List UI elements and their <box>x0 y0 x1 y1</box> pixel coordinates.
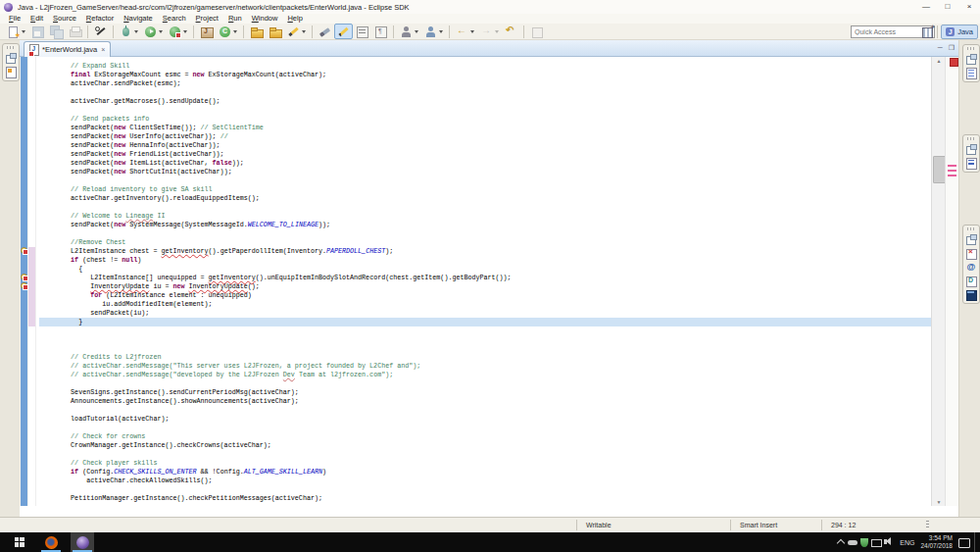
maximize-view-icon[interactable]: ❐ <box>949 43 955 53</box>
restore-icon[interactable] <box>966 54 977 65</box>
menu-help[interactable]: Help <box>282 14 307 24</box>
overview-mark[interactable] <box>948 165 956 167</box>
profile-button[interactable] <box>397 24 421 39</box>
overview-mark[interactable] <box>948 170 956 172</box>
menu-run[interactable]: Run <box>223 14 247 24</box>
closed-folder-button[interactable] <box>266 24 284 39</box>
volume-icon[interactable] <box>882 532 894 552</box>
dropdown-arrow-icon[interactable] <box>134 30 138 33</box>
annotations-toggle[interactable] <box>353 24 371 39</box>
menu-refactor[interactable]: Refactor <box>81 14 119 24</box>
last-edit-button[interactable] <box>502 24 520 39</box>
language-indicator[interactable]: ENG <box>894 539 920 546</box>
taskbar-clock[interactable]: 3:54 PM 24/07/2018 <box>920 534 958 550</box>
code-line <box>39 485 931 494</box>
maximize-button[interactable]: □ <box>937 0 958 14</box>
problems-icon[interactable] <box>966 248 977 259</box>
display-icon[interactable] <box>870 532 882 552</box>
overview-ruler[interactable] <box>945 57 958 506</box>
pin-editor-button[interactable] <box>527 24 546 39</box>
profile-icon <box>400 25 413 38</box>
save-all-button[interactable] <box>47 24 66 39</box>
dropdown-arrow-icon[interactable] <box>183 30 187 33</box>
menu-window[interactable]: Window <box>247 14 283 24</box>
scroll-up-icon[interactable]: ▲ <box>932 58 946 64</box>
print-button[interactable] <box>66 24 84 39</box>
overview-mark[interactable] <box>948 175 956 176</box>
new-class-button[interactable] <box>216 24 240 39</box>
cloud-icon[interactable] <box>847 532 858 552</box>
menu-source[interactable]: Source <box>48 14 81 24</box>
dropdown-arrow-icon[interactable] <box>439 30 443 33</box>
javadoc-icon[interactable] <box>966 262 977 273</box>
trim-handle[interactable] <box>7 46 15 49</box>
restore-icon[interactable] <box>966 144 977 155</box>
brush-button[interactable] <box>284 24 309 39</box>
open-perspective-icon[interactable] <box>921 25 934 38</box>
restore-icon[interactable] <box>6 53 17 64</box>
menu-search[interactable]: Search <box>158 14 191 24</box>
mark-occurrences-toggle[interactable] <box>334 24 353 39</box>
menu-navigate[interactable]: Navigate <box>119 14 158 24</box>
taskbar-firefox-button[interactable] <box>39 532 63 552</box>
code-text[interactable]: // Expand Skill final ExStorageMaxCount … <box>35 57 931 506</box>
code-editor[interactable]: // Expand Skill final ExStorageMaxCount … <box>20 57 958 506</box>
dropdown-arrow-icon[interactable] <box>415 30 418 33</box>
minimize-view-icon[interactable]: ─ <box>938 43 943 53</box>
menu-edit[interactable]: Edit <box>25 14 48 24</box>
trim-handle[interactable] <box>967 137 975 140</box>
show-desktop-button[interactable] <box>974 532 980 552</box>
trim-handle[interactable] <box>967 227 975 230</box>
java-perspective-button[interactable]: J Java <box>941 25 978 39</box>
firefox-icon <box>45 536 58 549</box>
new-wizard-button[interactable] <box>4 24 28 39</box>
separator <box>730 520 731 530</box>
error-marker-icon[interactable] <box>21 274 28 281</box>
dropdown-arrow-icon[interactable] <box>470 30 474 33</box>
tab-close-icon[interactable]: × <box>101 46 105 53</box>
dropdown-arrow-icon[interactable] <box>22 30 25 33</box>
shield-icon[interactable] <box>858 532 870 552</box>
package-explorer-icon[interactable] <box>6 67 17 77</box>
restore-icon[interactable] <box>966 234 977 245</box>
new-java-project-button[interactable] <box>197 24 216 39</box>
scroll-down-icon[interactable]: ▼ <box>932 499 946 505</box>
dropdown-arrow-icon[interactable] <box>495 30 499 33</box>
key-button[interactable] <box>91 24 110 39</box>
outline-icon[interactable] <box>966 158 977 169</box>
file-health-indicator[interactable] <box>950 58 958 67</box>
run-button[interactable] <box>141 24 166 39</box>
back-button[interactable] <box>453 24 477 39</box>
task-list-icon[interactable] <box>966 68 977 78</box>
error-marker-icon[interactable] <box>21 247 28 255</box>
code-segment: getInventory <box>161 247 208 255</box>
menu-project[interactable]: Project <box>191 14 223 24</box>
dropdown-arrow-icon[interactable] <box>159 30 163 33</box>
flashlight-button[interactable] <box>316 24 334 39</box>
minimize-button[interactable]: — <box>915 0 937 14</box>
dropdown-arrow-icon[interactable] <box>233 30 237 33</box>
start-button[interactable] <box>8 532 31 552</box>
vertical-ruler[interactable] <box>20 57 28 506</box>
declaration-icon[interactable] <box>966 276 977 286</box>
open-folder-button[interactable] <box>247 24 266 39</box>
error-marker-icon[interactable] <box>21 282 28 290</box>
menu-file[interactable]: File <box>4 14 25 24</box>
console-icon[interactable] <box>966 289 977 300</box>
save-button[interactable] <box>28 24 47 39</box>
tab-enterworld-java[interactable]: *EnterWorld.java × <box>24 41 111 57</box>
vertical-scrollbar[interactable]: ▲ ▼ <box>931 57 946 506</box>
trim-handle[interactable] <box>967 47 975 50</box>
whitespace-toggle[interactable] <box>371 24 390 39</box>
taskbar-eclipse-button[interactable] <box>71 532 94 552</box>
code-line: } <box>39 318 931 326</box>
dropdown-arrow-icon[interactable] <box>302 30 306 33</box>
forward-button[interactable] <box>477 24 502 39</box>
team-button[interactable] <box>421 24 446 39</box>
close-button[interactable]: × <box>958 0 980 14</box>
coverage-button[interactable] <box>166 24 190 39</box>
action-center-icon[interactable] <box>958 532 970 552</box>
tray-expand-icon[interactable] <box>835 532 847 552</box>
debug-button[interactable] <box>117 24 141 39</box>
save-all-icon <box>50 25 63 38</box>
